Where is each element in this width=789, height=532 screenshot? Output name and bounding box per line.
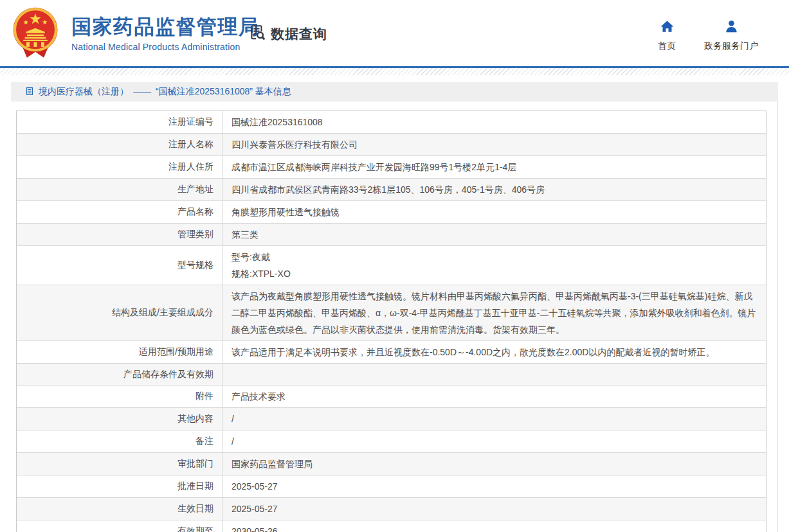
registration-info-table: 注册证编号 国械注准20253161008 注册人名称 四川兴泰普乐医疗科技有限…	[16, 111, 766, 532]
breadcrumb-section-link[interactable]: 境内医疗器械（注册）	[39, 86, 129, 98]
table-row-production-address: 生产地址 四川省成都市武侯区武青南路33号2栋1层105、106号房，405-1…	[17, 179, 766, 201]
table-row-approval-date: 批准日期 2025-05-27	[17, 475, 766, 498]
row-value: 角膜塑形用硬性透气接触镜	[222, 201, 766, 223]
nav-home[interactable]: 首页	[658, 19, 676, 52]
row-label: 型号规格	[17, 246, 222, 285]
content-right-edge	[777, 102, 778, 532]
row-value: 型号:夜戴 规格:XTPL-XO	[222, 246, 766, 285]
row-value: 该产品为夜戴型角膜塑形用硬性透气接触镜。镜片材料由甲基丙烯酸六氟异丙酯、甲基丙烯…	[222, 285, 766, 341]
header-hatch-band	[0, 68, 789, 75]
national-emblem-logo	[9, 5, 62, 62]
table-row-composition: 结构及组成/主要组成成分 该产品为夜戴型角膜塑形用硬性透气接触镜。镜片材料由甲基…	[17, 285, 766, 341]
emblem-icon	[9, 5, 62, 62]
table-row-expiry-date: 有效期至 2030-05-26	[17, 520, 766, 532]
table-row-cert-number: 注册证编号 国械注准20253161008	[17, 111, 766, 134]
row-label: 注册人名称	[17, 134, 222, 155]
row-value	[222, 364, 766, 385]
data-query-label: 数据查询	[271, 25, 327, 43]
page-icon	[25, 87, 34, 98]
row-value: 四川省成都市武侯区武青南路33号2栋1层105、106号房，405-1号房、40…	[222, 179, 766, 200]
row-value: 该产品适用于满足本说明书要求，并且近视度数在-0.50D～-4.00D之内，散光…	[222, 341, 766, 363]
row-value: 成都市温江区成都海峡两岸科技产业开发园海旺路99号1号楼2单元1-4层	[222, 156, 766, 178]
row-value: 第三类	[222, 224, 766, 245]
user-icon	[724, 19, 739, 36]
row-label: 结构及组成/主要组成成分	[17, 285, 222, 341]
table-row-effective-date: 生效日期 2025-05-27	[17, 498, 766, 520]
row-value: 2025-05-27	[222, 498, 766, 520]
row-value: 国家药品监督管理局	[222, 453, 766, 475]
table-row-registrant-address: 注册人住所 成都市温江区成都海峡两岸科技产业开发园海旺路99号1号楼2单元1-4…	[17, 156, 766, 179]
row-label: 注册证编号	[17, 111, 222, 133]
row-label: 生效日期	[17, 498, 222, 520]
table-row-model-spec: 型号规格 型号:夜戴 规格:XTPL-XO	[17, 246, 766, 285]
table-row-attachment: 附件 产品技术要求	[17, 386, 766, 408]
row-label: 产品名称	[17, 201, 222, 223]
table-row-product-name: 产品名称 角膜塑形用硬性透气接触镜	[17, 201, 766, 224]
table-row-other-content: 其他内容 /	[17, 408, 766, 430]
nav-home-label: 首页	[658, 40, 676, 52]
table-row-management-class: 管理类别 第三类	[17, 224, 766, 246]
row-label: 批准日期	[17, 475, 222, 497]
table-row-approval-department: 审批部门 国家药品监督管理局	[17, 453, 766, 475]
site-title-en: National Medical Products Administration	[71, 42, 260, 52]
site-header: 国家药品监督管理局 National Medical Products Admi…	[0, 0, 789, 66]
row-value: 国械注准20253161008	[222, 111, 766, 133]
row-label: 审批部门	[17, 453, 222, 475]
row-value: /	[222, 408, 766, 430]
row-label: 管理类别	[17, 224, 222, 245]
breadcrumb-separator: ——	[133, 87, 151, 97]
nav-gov-portal[interactable]: 政务服务门户	[704, 19, 758, 52]
row-value: 四川兴泰普乐医疗科技有限公司	[222, 134, 766, 155]
row-label: 附件	[17, 386, 222, 407]
row-label: 有效期至	[17, 520, 222, 532]
breadcrumb-current: “国械注准20253161008” 基本信息	[156, 86, 291, 98]
row-value: 产品技术要求	[222, 386, 766, 407]
site-title-cn: 国家药品监督管理局	[71, 15, 260, 39]
row-value: 2025-05-27	[222, 475, 766, 497]
table-row-storage-conditions: 产品储存条件及有效期	[17, 364, 766, 386]
table-row-registrant-name: 注册人名称 四川兴泰普乐医疗科技有限公司	[17, 134, 766, 156]
row-label: 生产地址	[17, 179, 222, 200]
breadcrumb: 境内医疗器械（注册） —— “国械注准20253161008” 基本信息	[11, 82, 778, 102]
row-label: 其他内容	[17, 408, 222, 430]
table-row-remarks: 备注 /	[17, 430, 766, 453]
document-search-icon	[248, 23, 267, 44]
row-label: 备注	[17, 430, 222, 452]
row-value: /	[222, 430, 766, 452]
header-nav: 首页 政务服务门户	[658, 19, 758, 52]
site-title-block: 国家药品监督管理局 National Medical Products Admi…	[71, 15, 260, 52]
row-label: 注册人住所	[17, 156, 222, 178]
table-row-intended-use: 适用范围/预期用途 该产品适用于满足本说明书要求，并且近视度数在-0.50D～-…	[17, 341, 766, 364]
nav-gov-portal-label: 政务服务门户	[704, 40, 758, 52]
data-query-heading[interactable]: 数据查询	[248, 23, 327, 44]
home-icon	[660, 19, 675, 36]
row-value: 2030-05-26	[222, 520, 766, 532]
row-label: 适用范围/预期用途	[17, 341, 222, 363]
row-label: 产品储存条件及有效期	[17, 364, 222, 385]
